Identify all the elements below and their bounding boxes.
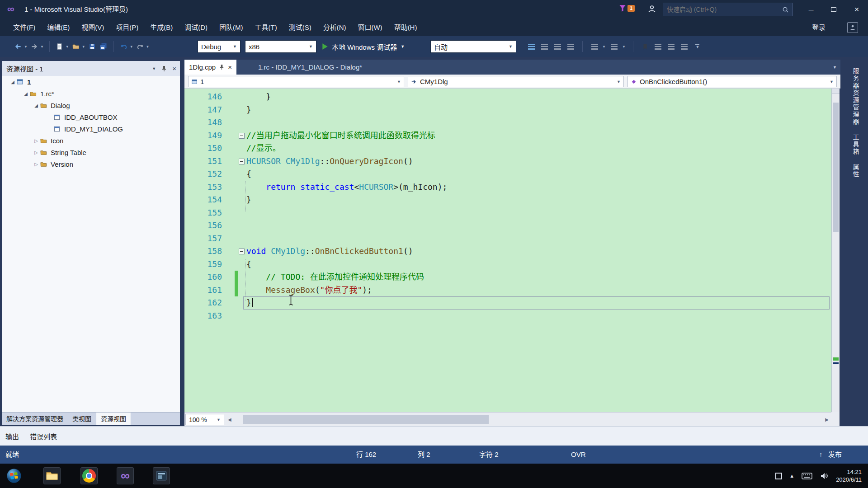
collapse-box[interactable]	[239, 159, 245, 164]
window-menu-chevron-icon[interactable]: ▼	[152, 66, 156, 71]
tree-item-Icon[interactable]: ▷Icon	[2, 135, 180, 146]
start-debugging-button[interactable]: 本地 Windows 调试器 ▼	[322, 40, 405, 53]
dropdown-caret-icon[interactable]: ▼	[40, 45, 44, 49]
quick-launch-search[interactable]	[663, 3, 793, 16]
code-line-154[interactable]: 154}	[184, 193, 831, 206]
fold-toggle-icon[interactable]	[238, 155, 246, 168]
clear-bookmarks-icon[interactable]	[680, 42, 689, 51]
horizontal-scrollbar[interactable]: 100 %▼ ◀ ▶	[184, 412, 831, 426]
navigate-forward2-icon[interactable]	[610, 42, 619, 51]
menu-item-视图(V)[interactable]: 视图(V)	[75, 19, 110, 36]
vertical-scrollbar[interactable]	[831, 89, 840, 412]
user-avatar[interactable]	[847, 22, 858, 33]
side-tab-属性[interactable]: 属性	[851, 164, 860, 178]
breakpoints-window-icon[interactable]	[527, 42, 536, 51]
vertical-scrollbar-thumb[interactable]	[833, 103, 839, 232]
tree-expander-icon[interactable]: ◢	[33, 103, 40, 108]
command-window-icon[interactable]	[566, 42, 575, 51]
menu-item-调试(D)[interactable]: 调试(D)	[179, 19, 213, 36]
code-line-160[interactable]: 160 // TODO: 在此添加控件通知处理程序代码	[184, 271, 831, 284]
code-line-156[interactable]: 156	[184, 219, 831, 232]
code-line-146[interactable]: 146 }	[184, 90, 831, 103]
zoom-dropdown[interactable]: 100 %▼	[185, 414, 224, 425]
collapse-box[interactable]	[239, 133, 245, 139]
dropdown-caret-icon[interactable]: ▼	[130, 45, 133, 49]
dropdown-caret-icon[interactable]: ▼	[24, 45, 28, 49]
code-line-161[interactable]: 161 MessageBox("你点了我");	[184, 284, 831, 297]
tool-tab-资源视图[interactable]: 资源视图	[96, 413, 131, 425]
visual-studio-taskbar-icon[interactable]: ∞	[117, 467, 134, 484]
solution-platform-dropdown[interactable]: x86▼	[245, 40, 316, 53]
code-line-163[interactable]: 163	[184, 310, 831, 323]
output-window-icon[interactable]	[540, 42, 549, 51]
file-explorer-icon[interactable]	[43, 467, 61, 484]
menu-item-分析(N)[interactable]: 分析(N)	[317, 19, 352, 36]
type-dropdown[interactable]: CMy1Dlg▼	[408, 76, 624, 87]
document-tab-1.rc - IDD_MY1_DIALOG - Dialog*[interactable]: 1.rc - IDD_MY1_DIALOG - Dialog*	[254, 60, 367, 75]
code-line-150[interactable]: 150//显示。	[184, 142, 831, 155]
debug-target-dropdown[interactable]: 自动▼	[430, 40, 516, 53]
running-app-icon[interactable]	[153, 467, 170, 484]
splitter-grip[interactable]	[832, 89, 840, 94]
open-file-icon[interactable]	[71, 42, 80, 51]
side-tab-服务器资源管理器[interactable]: 服务器资源管理器	[851, 68, 860, 126]
notifications-button[interactable]: 1	[618, 4, 635, 12]
tree-item-1[interactable]: ◢1	[2, 76, 180, 88]
undo-icon[interactable]	[119, 42, 128, 51]
horizontal-scrollbar-thumb[interactable]	[243, 415, 489, 424]
hidden-icons-chevron-icon[interactable]: ▲	[789, 473, 794, 479]
bookmark-icon[interactable]	[641, 42, 650, 51]
bottom-tab-输出[interactable]: 输出	[5, 432, 19, 441]
tree-expander-icon[interactable]: ▷	[33, 150, 40, 155]
code-line-151[interactable]: 151HCURSOR CMy1Dlg::OnQueryDragIcon()	[184, 155, 831, 168]
dropdown-caret-icon[interactable]: ▼	[602, 45, 606, 49]
save-all-icon[interactable]	[99, 42, 108, 51]
feedback-icon[interactable]	[647, 5, 656, 14]
collapse-box[interactable]	[239, 249, 245, 254]
menu-item-团队(M)[interactable]: 团队(M)	[213, 19, 249, 36]
tool-tab-解决方案资源管理器[interactable]: 解决方案资源管理器	[2, 413, 68, 425]
menu-item-项目(P)[interactable]: 项目(P)	[110, 19, 144, 36]
code-line-152[interactable]: 152{	[184, 168, 831, 181]
menu-item-文件(F)[interactable]: 文件(F)	[7, 19, 41, 36]
publish-button[interactable]: 发布	[828, 446, 842, 464]
ime-icon[interactable]	[775, 473, 782, 479]
navigate-backward-icon[interactable]	[590, 42, 599, 51]
redo-icon[interactable]	[136, 42, 145, 51]
code-line-162[interactable]: 162}	[184, 296, 831, 310]
code-line-148[interactable]: 148	[184, 116, 831, 129]
pin-icon[interactable]	[219, 64, 224, 70]
dropdown-caret-icon[interactable]: ▼	[146, 45, 150, 49]
chrome-icon[interactable]	[80, 467, 98, 484]
tree-item-Version[interactable]: ▷Version	[2, 158, 180, 170]
panel-header[interactable]: 资源视图 - 1 ▼ ×	[2, 61, 180, 76]
code-line-155[interactable]: 155	[184, 206, 831, 220]
document-tab-1Dlg.cpp[interactable]: 1Dlg.cpp×	[184, 60, 236, 75]
tool-tab-类视图[interactable]: 类视图	[68, 413, 96, 425]
tree-item-IDD_MY1_DIALOG[interactable]: IDD_MY1_DIALOG	[2, 123, 180, 135]
tree-expander-icon[interactable]: ▷	[33, 138, 40, 143]
touch-keyboard-icon[interactable]	[802, 471, 812, 480]
tree-expander-icon[interactable]: ◢	[9, 80, 16, 84]
scroll-left-icon[interactable]: ◀	[228, 413, 231, 426]
code-line-157[interactable]: 157	[184, 232, 831, 245]
volume-icon[interactable]	[820, 471, 829, 480]
menu-item-测试(S)[interactable]: 测试(S)	[283, 19, 317, 36]
tree-item-String Table[interactable]: ▷String Table	[2, 146, 180, 158]
bottom-tab-错误列表[interactable]: 错误列表	[30, 432, 57, 441]
taskbar-clock[interactable]: 14:21 2020/6/11	[836, 468, 862, 483]
document-list-chevron-icon[interactable]: ▼	[833, 60, 837, 75]
find-in-files-icon[interactable]	[553, 42, 562, 51]
pin-icon[interactable]	[161, 66, 167, 72]
quick-launch-input[interactable]	[663, 6, 782, 13]
prev-bookmark-icon[interactable]	[667, 42, 676, 51]
menu-item-窗口(W)[interactable]: 窗口(W)	[352, 19, 388, 36]
tree-expander-icon[interactable]: ◢	[22, 91, 29, 96]
dropdown-caret-icon[interactable]: ▼	[82, 45, 85, 49]
member-dropdown[interactable]: OnBnClickedButton1()▼	[627, 76, 837, 87]
minimize-button[interactable]: ─	[800, 0, 822, 19]
code-line-147[interactable]: 147}	[184, 103, 831, 117]
code-line-159[interactable]: 159{	[184, 258, 831, 271]
code-line-149[interactable]: 149//当用户拖动最小化窗口时系统调用此函数取得光标	[184, 129, 831, 142]
fold-toggle-icon[interactable]	[238, 245, 246, 258]
